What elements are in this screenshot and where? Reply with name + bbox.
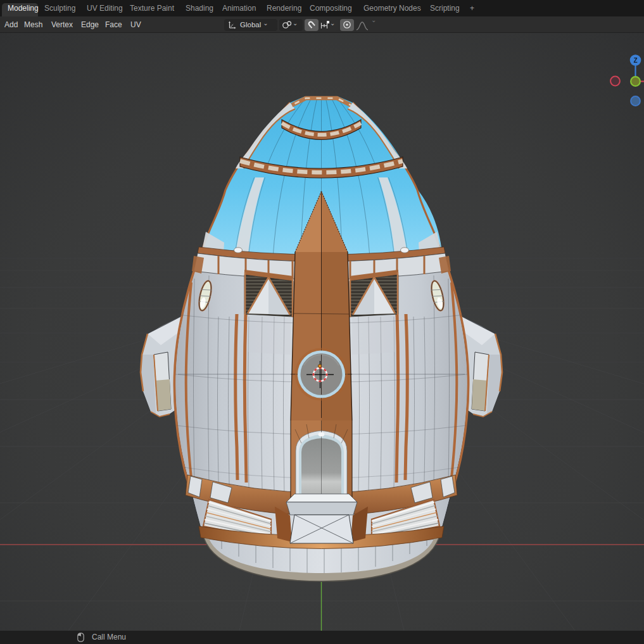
svg-text:Z: Z [633, 57, 637, 64]
